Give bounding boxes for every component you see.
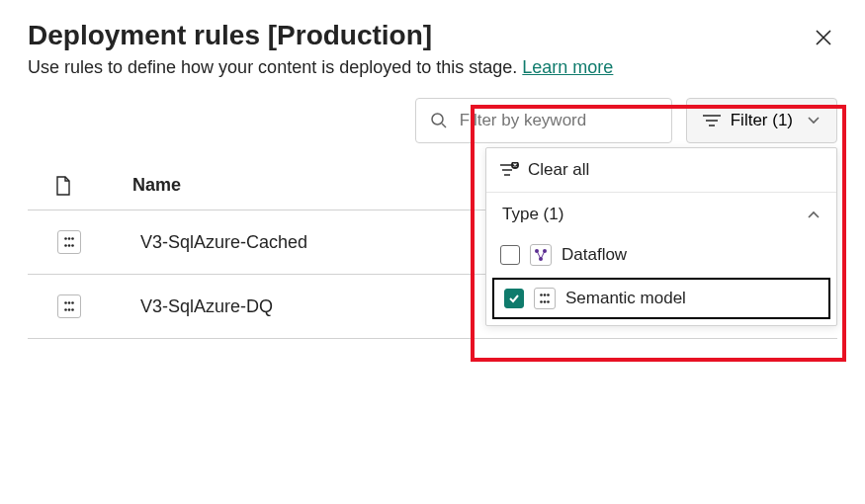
checkbox-checked[interactable]: [504, 289, 524, 308]
svg-point-7: [547, 294, 550, 296]
svg-point-9: [544, 300, 547, 303]
clear-all-label: Clear all: [528, 160, 589, 180]
clear-all-button[interactable]: Clear all: [486, 148, 836, 193]
svg-point-22: [71, 308, 74, 311]
semantic-model-icon: [57, 294, 81, 318]
svg-point-5: [540, 294, 543, 296]
chevron-up-icon: [807, 210, 821, 219]
filter-option-dataflow[interactable]: Dataflow: [486, 236, 836, 274]
clear-filter-icon: [500, 162, 520, 178]
filter-option-label: Semantic model: [565, 289, 686, 308]
filter-panel: Clear all Type (1) Dataflow: [485, 147, 837, 326]
svg-point-15: [68, 244, 71, 247]
row-name: V3-SqlAzure-DQ: [140, 296, 273, 317]
file-icon: [55, 176, 73, 196]
svg-point-12: [68, 237, 71, 240]
svg-point-10: [547, 300, 550, 303]
filter-option-semantic-model[interactable]: Semantic model: [492, 278, 830, 319]
svg-point-17: [64, 301, 67, 304]
search-icon: [430, 112, 448, 129]
semantic-model-icon: [57, 230, 81, 254]
page-title: Deployment rules [Production]: [28, 20, 432, 51]
filter-button[interactable]: Filter (1): [686, 98, 837, 143]
filter-icon: [703, 114, 721, 127]
close-button[interactable]: [810, 24, 837, 51]
svg-point-14: [64, 244, 67, 247]
filter-option-label: Dataflow: [562, 245, 627, 265]
svg-point-8: [540, 300, 543, 303]
filter-section-type[interactable]: Type (1): [486, 193, 836, 236]
svg-point-16: [71, 244, 74, 247]
dataflow-icon: [530, 244, 552, 266]
learn-more-link[interactable]: Learn more: [522, 57, 613, 77]
close-icon: [814, 28, 833, 47]
column-name-header: Name: [132, 175, 181, 196]
search-box[interactable]: [415, 98, 672, 143]
filter-section-label: Type (1): [502, 205, 563, 224]
svg-point-19: [71, 301, 74, 304]
page-subtitle: Use rules to define how your content is …: [28, 57, 837, 78]
svg-point-0: [432, 114, 443, 125]
svg-point-18: [68, 301, 71, 304]
svg-point-21: [68, 308, 71, 311]
svg-point-11: [64, 237, 67, 240]
chevron-down-icon: [807, 116, 821, 126]
semantic-model-icon: [534, 288, 556, 309]
filter-button-label: Filter (1): [731, 111, 793, 130]
checkbox-unchecked[interactable]: [500, 245, 520, 265]
svg-point-6: [544, 294, 547, 296]
search-input[interactable]: [458, 110, 671, 131]
row-name: V3-SqlAzure-Cached: [140, 232, 307, 253]
svg-point-13: [71, 237, 74, 240]
svg-point-20: [64, 308, 67, 311]
